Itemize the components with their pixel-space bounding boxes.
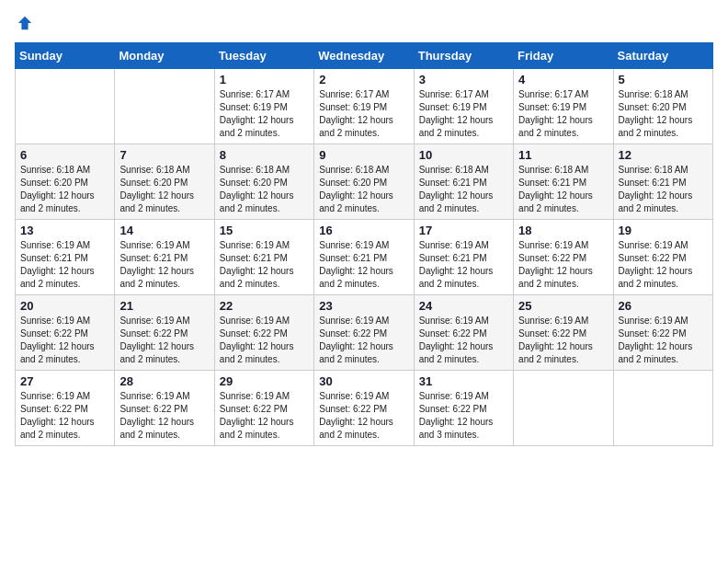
calendar-cell: 6Sunrise: 6:18 AM Sunset: 6:20 PM Daylig… [16,144,115,220]
calendar-cell: 7Sunrise: 6:18 AM Sunset: 6:20 PM Daylig… [115,144,214,220]
page-header [15,15,713,31]
calendar-cell: 25Sunrise: 6:19 AM Sunset: 6:22 PM Dayli… [514,295,613,371]
calendar-cell: 4Sunrise: 6:17 AM Sunset: 6:19 PM Daylig… [514,69,613,144]
day-info: Sunrise: 6:19 AM Sunset: 6:22 PM Dayligh… [419,390,508,442]
day-info: Sunrise: 6:19 AM Sunset: 6:22 PM Dayligh… [119,390,209,442]
day-number: 1 [220,73,309,86]
day-number: 16 [319,224,408,237]
day-number: 4 [518,73,608,86]
calendar-cell: 13Sunrise: 6:19 AM Sunset: 6:21 PM Dayli… [16,220,115,295]
day-info: Sunrise: 6:19 AM Sunset: 6:22 PM Dayligh… [119,315,209,366]
calendar-cell: 8Sunrise: 6:18 AM Sunset: 6:20 PM Daylig… [214,144,313,220]
calendar-cell: 9Sunrise: 6:18 AM Sunset: 6:20 PM Daylig… [314,144,414,220]
calendar-cell: 12Sunrise: 6:18 AM Sunset: 6:21 PM Dayli… [613,144,712,220]
calendar-cell: 30Sunrise: 6:19 AM Sunset: 6:22 PM Dayli… [314,371,414,446]
day-info: Sunrise: 6:19 AM Sunset: 6:22 PM Dayligh… [319,390,408,442]
svg-marker-0 [18,17,31,29]
day-info: Sunrise: 6:19 AM Sunset: 6:22 PM Dayligh… [619,315,708,366]
day-number: 13 [20,224,109,237]
day-number: 14 [119,224,209,237]
day-number: 25 [518,299,608,313]
day-info: Sunrise: 6:19 AM Sunset: 6:22 PM Dayligh… [419,315,508,366]
day-number: 3 [419,73,508,86]
day-number: 27 [20,374,109,388]
day-info: Sunrise: 6:19 AM Sunset: 6:22 PM Dayligh… [220,390,309,442]
day-info: Sunrise: 6:18 AM Sunset: 6:21 PM Dayligh… [518,164,608,215]
calendar-cell: 19Sunrise: 6:19 AM Sunset: 6:22 PM Dayli… [613,220,712,295]
weekday-header: Monday [115,43,214,69]
day-number: 30 [319,374,408,388]
day-info: Sunrise: 6:18 AM Sunset: 6:20 PM Dayligh… [220,164,309,215]
day-info: Sunrise: 6:19 AM Sunset: 6:21 PM Dayligh… [20,239,109,291]
day-info: Sunrise: 6:18 AM Sunset: 6:21 PM Dayligh… [419,164,508,215]
weekday-header: Wednesday [314,43,414,69]
calendar-cell: 2Sunrise: 6:17 AM Sunset: 6:19 PM Daylig… [314,69,414,144]
calendar-cell: 23Sunrise: 6:19 AM Sunset: 6:22 PM Dayli… [314,295,414,371]
day-number: 18 [518,224,608,237]
calendar-cell: 27Sunrise: 6:19 AM Sunset: 6:22 PM Dayli… [16,371,115,446]
weekday-header: Sunday [16,43,115,69]
calendar-week-row: 20Sunrise: 6:19 AM Sunset: 6:22 PM Dayli… [16,295,713,371]
day-number: 26 [619,299,708,313]
day-info: Sunrise: 6:19 AM Sunset: 6:22 PM Dayligh… [20,390,109,442]
logo-icon [17,15,33,31]
calendar-week-row: 1Sunrise: 6:17 AM Sunset: 6:19 PM Daylig… [16,69,713,144]
calendar-cell: 22Sunrise: 6:19 AM Sunset: 6:22 PM Dayli… [214,295,313,371]
calendar-cell: 10Sunrise: 6:18 AM Sunset: 6:21 PM Dayli… [414,144,513,220]
day-number: 9 [319,148,408,162]
day-number: 28 [119,374,209,388]
day-info: Sunrise: 6:19 AM Sunset: 6:21 PM Dayligh… [319,239,408,291]
day-info: Sunrise: 6:19 AM Sunset: 6:21 PM Dayligh… [119,239,209,291]
calendar-cell: 18Sunrise: 6:19 AM Sunset: 6:22 PM Dayli… [514,220,613,295]
calendar-cell [613,371,712,446]
calendar-cell: 31Sunrise: 6:19 AM Sunset: 6:22 PM Dayli… [414,371,513,446]
day-number: 2 [319,73,408,86]
day-info: Sunrise: 6:19 AM Sunset: 6:21 PM Dayligh… [419,239,508,291]
day-number: 23 [319,299,408,313]
day-info: Sunrise: 6:19 AM Sunset: 6:22 PM Dayligh… [619,239,708,291]
weekday-header: Friday [514,43,613,69]
calendar-cell: 29Sunrise: 6:19 AM Sunset: 6:22 PM Dayli… [214,371,313,446]
day-info: Sunrise: 6:19 AM Sunset: 6:21 PM Dayligh… [220,239,309,291]
day-number: 31 [419,374,508,388]
logo [15,15,33,31]
day-number: 22 [220,299,309,313]
calendar-cell [16,69,115,144]
calendar-cell: 17Sunrise: 6:19 AM Sunset: 6:21 PM Dayli… [414,220,513,295]
weekday-header: Thursday [414,43,513,69]
day-info: Sunrise: 6:17 AM Sunset: 6:19 PM Dayligh… [319,88,408,140]
day-info: Sunrise: 6:18 AM Sunset: 6:20 PM Dayligh… [619,88,708,140]
day-info: Sunrise: 6:18 AM Sunset: 6:20 PM Dayligh… [119,164,209,215]
calendar-cell: 15Sunrise: 6:19 AM Sunset: 6:21 PM Dayli… [214,220,313,295]
calendar-week-row: 27Sunrise: 6:19 AM Sunset: 6:22 PM Dayli… [16,371,713,446]
calendar-cell [514,371,613,446]
calendar-cell [115,69,214,144]
day-number: 5 [619,73,708,86]
calendar-cell: 3Sunrise: 6:17 AM Sunset: 6:19 PM Daylig… [414,69,513,144]
day-number: 6 [20,148,109,162]
day-number: 24 [419,299,508,313]
calendar-cell: 20Sunrise: 6:19 AM Sunset: 6:22 PM Dayli… [16,295,115,371]
calendar-cell: 28Sunrise: 6:19 AM Sunset: 6:22 PM Dayli… [115,371,214,446]
calendar-cell: 5Sunrise: 6:18 AM Sunset: 6:20 PM Daylig… [613,69,712,144]
calendar-cell: 11Sunrise: 6:18 AM Sunset: 6:21 PM Dayli… [514,144,613,220]
day-info: Sunrise: 6:19 AM Sunset: 6:22 PM Dayligh… [518,315,608,366]
day-number: 7 [119,148,209,162]
calendar-week-row: 13Sunrise: 6:19 AM Sunset: 6:21 PM Dayli… [16,220,713,295]
day-number: 29 [220,374,309,388]
day-info: Sunrise: 6:17 AM Sunset: 6:19 PM Dayligh… [518,88,608,140]
calendar-cell: 1Sunrise: 6:17 AM Sunset: 6:19 PM Daylig… [214,69,313,144]
calendar-cell: 16Sunrise: 6:19 AM Sunset: 6:21 PM Dayli… [314,220,414,295]
day-number: 15 [220,224,309,237]
weekday-header: Saturday [613,43,712,69]
day-number: 19 [619,224,708,237]
day-number: 20 [20,299,109,313]
day-info: Sunrise: 6:19 AM Sunset: 6:22 PM Dayligh… [220,315,309,366]
day-number: 8 [220,148,309,162]
calendar-cell: 24Sunrise: 6:19 AM Sunset: 6:22 PM Dayli… [414,295,513,371]
calendar-table: SundayMondayTuesdayWednesdayThursdayFrid… [15,42,713,446]
day-number: 12 [619,148,708,162]
weekday-header: Tuesday [214,43,313,69]
day-info: Sunrise: 6:17 AM Sunset: 6:19 PM Dayligh… [419,88,508,140]
day-number: 21 [119,299,209,313]
